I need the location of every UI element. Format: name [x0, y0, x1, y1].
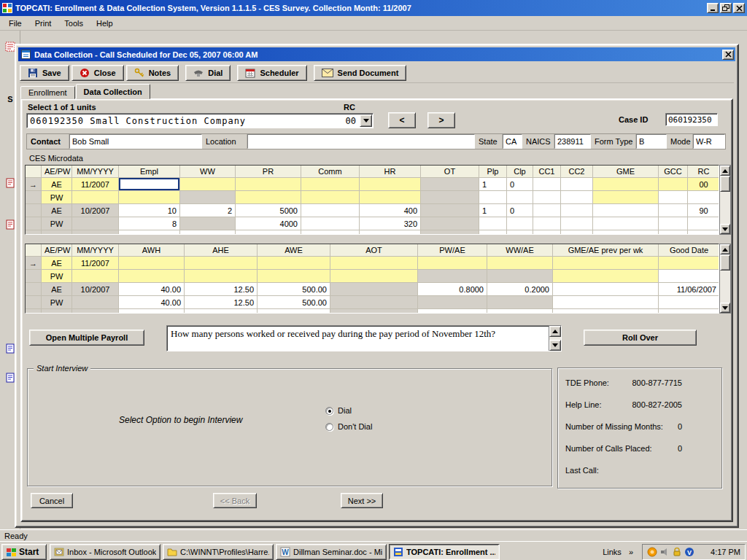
orange-reminder-icon[interactable]: [647, 547, 657, 557]
menu-help[interactable]: Help: [90, 18, 119, 29]
tab-enrollment[interactable]: Enrollment: [20, 86, 75, 99]
grid-cell[interactable]: [421, 217, 479, 230]
grid-cell[interactable]: 5000: [236, 204, 301, 217]
grid-cell[interactable]: [659, 270, 719, 283]
grid-cell[interactable]: [561, 230, 593, 235]
grid-cell[interactable]: PW: [42, 191, 72, 204]
grid-cell[interactable]: [487, 270, 553, 283]
grid-cell[interactable]: 11/2007: [72, 257, 119, 270]
grid-cell[interactable]: 500.00: [258, 283, 330, 296]
grid-cell[interactable]: AE: [42, 178, 72, 191]
grid-cell[interactable]: [507, 217, 533, 230]
grid-cell[interactable]: 2: [180, 204, 236, 217]
grid-cell[interactable]: [561, 178, 593, 191]
grid-cell[interactable]: [185, 257, 258, 270]
grid-cell[interactable]: [507, 191, 533, 204]
grid-cell[interactable]: [119, 230, 180, 235]
grid-cell[interactable]: 0.2000: [487, 283, 553, 296]
grid-cell[interactable]: [360, 178, 421, 191]
back-button[interactable]: << Back: [213, 493, 257, 508]
grid-cell[interactable]: 11/2007: [72, 178, 119, 191]
grid-cell[interactable]: [301, 217, 360, 230]
combo-dropdown-button[interactable]: [360, 114, 372, 127]
links-toolbar[interactable]: Links »: [598, 545, 638, 559]
grid-cell[interactable]: [487, 296, 553, 309]
grid-cell[interactable]: [119, 270, 185, 283]
grid-cell[interactable]: [72, 217, 119, 230]
grid-cell[interactable]: [487, 309, 553, 314]
grid-cell[interactable]: [688, 191, 719, 204]
grid-cell[interactable]: 01: [688, 230, 719, 235]
grid-cell[interactable]: [330, 309, 418, 314]
save-button[interactable]: Save: [20, 65, 69, 81]
grid-cell[interactable]: [418, 309, 487, 314]
shield-icon[interactable]: V: [684, 547, 694, 557]
question-scroll-down-button[interactable]: [549, 340, 561, 351]
roll-over-button[interactable]: Roll Over: [584, 330, 697, 346]
cancel-button[interactable]: Cancel: [31, 493, 73, 508]
grid-cell[interactable]: [479, 230, 507, 235]
grid-cell[interactable]: [180, 191, 236, 204]
grid-cell[interactable]: 10/2006: [72, 309, 119, 314]
grid-cell[interactable]: [236, 191, 301, 204]
grid-cell[interactable]: 0: [507, 204, 533, 217]
grid-cell[interactable]: [659, 217, 688, 230]
start-button[interactable]: Start: [1, 544, 47, 560]
grid-cell[interactable]: [561, 204, 593, 217]
grid1-scrollbar[interactable]: [719, 165, 731, 235]
grid-cell[interactable]: [533, 178, 561, 191]
grid-cell[interactable]: [418, 257, 487, 270]
grid-cell[interactable]: [553, 270, 659, 283]
grid-cell[interactable]: [236, 178, 301, 191]
menu-print[interactable]: Print: [29, 18, 58, 29]
grid-cell[interactable]: [593, 191, 659, 204]
grid-cell[interactable]: 8: [119, 217, 180, 230]
grid-cell[interactable]: 1: [479, 204, 507, 217]
scroll-thumb[interactable]: [720, 254, 730, 271]
grid-cell[interactable]: [593, 217, 659, 230]
grid-cell[interactable]: [330, 283, 418, 296]
grid-cell[interactable]: [553, 283, 659, 296]
grid-cell[interactable]: 10/2007: [72, 204, 119, 217]
dial-button[interactable]: Dial: [185, 65, 231, 81]
grid2-scrollbar[interactable]: [719, 244, 731, 314]
grid-cell[interactable]: [72, 296, 119, 309]
close-button[interactable]: Close: [71, 65, 124, 81]
grid-cell[interactable]: [119, 309, 185, 314]
contact-field[interactable]: Bob Small: [69, 134, 202, 149]
scroll-up-button[interactable]: [720, 244, 730, 254]
grid-cell[interactable]: [659, 309, 719, 314]
grid-cell[interactable]: PW: [42, 270, 72, 283]
grid-cell[interactable]: [487, 257, 553, 270]
grid-cell[interactable]: 12.50: [185, 283, 258, 296]
taskbar-task[interactable]: C:\WINNT\Profiles\Harre...: [163, 544, 274, 560]
grid-cell[interactable]: [330, 296, 418, 309]
grid-cell[interactable]: [180, 230, 236, 235]
dialog-close-button[interactable]: [722, 50, 734, 60]
grid-cell[interactable]: [421, 178, 479, 191]
radio-don-t-dial[interactable]: Don't Dial: [325, 422, 372, 431]
volume-icon[interactable]: [659, 547, 670, 557]
grid-cell[interactable]: [659, 204, 688, 217]
grid-cell[interactable]: [659, 178, 688, 191]
grid-cell[interactable]: 11/06/2007: [659, 283, 719, 296]
taskbar-task[interactable]: Inbox - Microsoft Outlook: [50, 544, 160, 560]
grid-cell[interactable]: [185, 270, 258, 283]
grid-cell[interactable]: PW: [42, 217, 72, 230]
grid-cell[interactable]: 40.00: [119, 283, 185, 296]
grid-cell[interactable]: [72, 270, 119, 283]
radio-dial[interactable]: Dial: [325, 406, 372, 415]
grid-cell[interactable]: [119, 257, 185, 270]
grid-cell[interactable]: [533, 217, 561, 230]
grid-cell[interactable]: [180, 178, 236, 191]
grid-cell[interactable]: [258, 270, 330, 283]
grid-cell[interactable]: AE: [42, 257, 72, 270]
grid-cell[interactable]: [593, 230, 659, 235]
grid-cell[interactable]: [258, 257, 330, 270]
grid-cell[interactable]: [258, 309, 330, 314]
unit-combo[interactable]: 060192350 Small Construction Company 00: [26, 113, 374, 128]
grid-cell[interactable]: [119, 191, 180, 204]
grid-cell[interactable]: 12.50: [185, 296, 258, 309]
scroll-down-button[interactable]: [720, 224, 730, 234]
grid-cell[interactable]: [479, 217, 507, 230]
